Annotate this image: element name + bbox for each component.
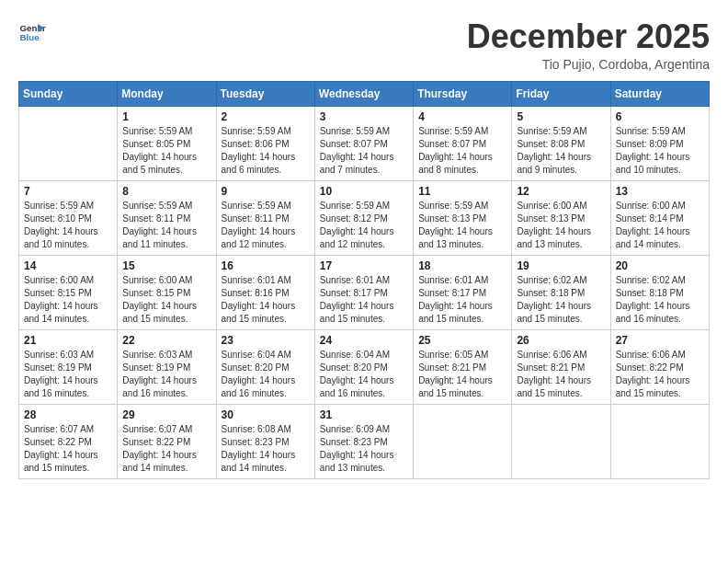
calendar-week-row: 7Sunrise: 5:59 AM Sunset: 8:10 PM Daylig… [19,180,710,255]
calendar-cell: 7Sunrise: 5:59 AM Sunset: 8:10 PM Daylig… [19,180,118,255]
calendar-cell: 16Sunrise: 6:01 AM Sunset: 8:16 PM Dayli… [216,255,314,329]
day-info: Sunrise: 6:00 AM Sunset: 8:15 PM Dayligh… [122,274,210,326]
calendar-cell: 18Sunrise: 6:01 AM Sunset: 8:17 PM Dayli… [414,255,512,329]
day-number: 6 [616,110,704,123]
day-info: Sunrise: 6:06 AM Sunset: 8:21 PM Dayligh… [517,349,605,400]
calendar-cell: 10Sunrise: 5:59 AM Sunset: 8:12 PM Dayli… [314,180,413,255]
calendar-cell: 22Sunrise: 6:03 AM Sunset: 8:19 PM Dayli… [118,329,216,404]
day-info: Sunrise: 6:01 AM Sunset: 8:17 PM Dayligh… [320,274,408,326]
calendar-cell: 2Sunrise: 5:59 AM Sunset: 8:06 PM Daylig… [216,106,314,180]
day-info: Sunrise: 6:02 AM Sunset: 8:18 PM Dayligh… [616,274,704,326]
day-number: 22 [122,334,210,347]
day-info: Sunrise: 5:59 AM Sunset: 8:11 PM Dayligh… [222,200,310,251]
day-info: Sunrise: 5:59 AM Sunset: 8:10 PM Dayligh… [24,200,112,251]
calendar-cell: 19Sunrise: 6:02 AM Sunset: 8:18 PM Dayli… [512,255,610,329]
page-title: December 2025 [467,18,710,55]
logo: General Blue [18,18,46,46]
calendar-cell: 15Sunrise: 6:00 AM Sunset: 8:15 PM Dayli… [118,255,216,329]
day-info: Sunrise: 6:00 AM Sunset: 8:13 PM Dayligh… [517,200,605,251]
header-day-wednesday: Wednesday [314,81,413,106]
day-number: 5 [517,110,605,123]
svg-text:Blue: Blue [20,32,40,42]
calendar-week-row: 14Sunrise: 6:00 AM Sunset: 8:15 PM Dayli… [19,255,710,329]
day-info: Sunrise: 6:02 AM Sunset: 8:18 PM Dayligh… [517,274,605,326]
day-info: Sunrise: 5:59 AM Sunset: 8:07 PM Dayligh… [320,125,408,177]
day-info: Sunrise: 5:59 AM Sunset: 8:11 PM Dayligh… [122,200,210,251]
calendar-cell [414,404,512,478]
calendar-cell: 9Sunrise: 5:59 AM Sunset: 8:11 PM Daylig… [216,180,314,255]
header-day-tuesday: Tuesday [216,81,314,106]
calendar-cell: 27Sunrise: 6:06 AM Sunset: 8:22 PM Dayli… [610,329,709,404]
calendar-cell: 3Sunrise: 5:59 AM Sunset: 8:07 PM Daylig… [314,106,413,180]
title-area: December 2025 Tio Pujio, Cordoba, Argent… [467,18,710,72]
day-number: 3 [320,110,408,123]
header-day-monday: Monday [118,81,216,106]
day-number: 18 [418,259,506,272]
calendar-cell: 6Sunrise: 5:59 AM Sunset: 8:09 PM Daylig… [610,106,709,180]
calendar-week-row: 1Sunrise: 5:59 AM Sunset: 8:05 PM Daylig… [19,106,710,180]
calendar-cell: 31Sunrise: 6:09 AM Sunset: 8:23 PM Dayli… [314,404,413,478]
day-number: 8 [122,185,210,198]
day-number: 2 [222,110,310,123]
calendar-cell: 26Sunrise: 6:06 AM Sunset: 8:21 PM Dayli… [512,329,610,404]
day-info: Sunrise: 6:07 AM Sunset: 8:22 PM Dayligh… [24,423,112,475]
calendar-header-row: SundayMondayTuesdayWednesdayThursdayFrid… [19,81,710,106]
day-info: Sunrise: 6:06 AM Sunset: 8:22 PM Dayligh… [616,349,704,400]
day-info: Sunrise: 6:09 AM Sunset: 8:23 PM Dayligh… [320,423,408,475]
calendar-cell: 14Sunrise: 6:00 AM Sunset: 8:15 PM Dayli… [19,255,118,329]
calendar-cell: 28Sunrise: 6:07 AM Sunset: 8:22 PM Dayli… [19,404,118,478]
day-info: Sunrise: 5:59 AM Sunset: 8:05 PM Dayligh… [122,125,210,177]
header-day-saturday: Saturday [610,81,709,106]
calendar-week-row: 21Sunrise: 6:03 AM Sunset: 8:19 PM Dayli… [19,329,710,404]
day-info: Sunrise: 5:59 AM Sunset: 8:13 PM Dayligh… [418,200,506,251]
day-number: 17 [320,259,408,272]
day-info: Sunrise: 5:59 AM Sunset: 8:08 PM Dayligh… [517,125,605,177]
day-number: 15 [122,259,210,272]
calendar-cell: 1Sunrise: 5:59 AM Sunset: 8:05 PM Daylig… [118,106,216,180]
day-number: 11 [418,185,506,198]
day-info: Sunrise: 6:08 AM Sunset: 8:23 PM Dayligh… [222,423,310,475]
header-day-sunday: Sunday [19,81,118,106]
calendar-cell: 30Sunrise: 6:08 AM Sunset: 8:23 PM Dayli… [216,404,314,478]
day-info: Sunrise: 6:05 AM Sunset: 8:21 PM Dayligh… [418,349,506,400]
day-number: 24 [320,334,408,347]
day-info: Sunrise: 6:04 AM Sunset: 8:20 PM Dayligh… [320,349,408,400]
day-number: 7 [24,185,112,198]
calendar-cell: 11Sunrise: 5:59 AM Sunset: 8:13 PM Dayli… [414,180,512,255]
day-info: Sunrise: 5:59 AM Sunset: 8:07 PM Dayligh… [418,125,506,177]
calendar-cell: 8Sunrise: 5:59 AM Sunset: 8:11 PM Daylig… [118,180,216,255]
day-info: Sunrise: 6:00 AM Sunset: 8:15 PM Dayligh… [24,274,112,326]
day-number: 25 [418,334,506,347]
day-info: Sunrise: 5:59 AM Sunset: 8:12 PM Dayligh… [320,200,408,251]
day-info: Sunrise: 5:59 AM Sunset: 8:09 PM Dayligh… [616,125,704,177]
day-number: 19 [517,259,605,272]
calendar-cell [512,404,610,478]
day-info: Sunrise: 6:04 AM Sunset: 8:20 PM Dayligh… [222,349,310,400]
day-info: Sunrise: 6:00 AM Sunset: 8:14 PM Dayligh… [616,200,704,251]
calendar-cell: 24Sunrise: 6:04 AM Sunset: 8:20 PM Dayli… [314,329,413,404]
day-number: 16 [222,259,310,272]
day-number: 28 [24,408,112,421]
day-info: Sunrise: 5:59 AM Sunset: 8:06 PM Dayligh… [222,125,310,177]
day-number: 29 [122,408,210,421]
calendar-cell: 23Sunrise: 6:04 AM Sunset: 8:20 PM Dayli… [216,329,314,404]
day-info: Sunrise: 6:07 AM Sunset: 8:22 PM Dayligh… [122,423,210,475]
calendar-cell: 20Sunrise: 6:02 AM Sunset: 8:18 PM Dayli… [610,255,709,329]
day-number: 30 [222,408,310,421]
day-number: 20 [616,259,704,272]
day-number: 26 [517,334,605,347]
day-number: 4 [418,110,506,123]
day-number: 31 [320,408,408,421]
day-info: Sunrise: 6:03 AM Sunset: 8:19 PM Dayligh… [122,349,210,400]
calendar-cell: 12Sunrise: 6:00 AM Sunset: 8:13 PM Dayli… [512,180,610,255]
day-number: 23 [222,334,310,347]
calendar-week-row: 28Sunrise: 6:07 AM Sunset: 8:22 PM Dayli… [19,404,710,478]
calendar-cell: 4Sunrise: 5:59 AM Sunset: 8:07 PM Daylig… [414,106,512,180]
calendar-cell: 13Sunrise: 6:00 AM Sunset: 8:14 PM Dayli… [610,180,709,255]
page-subtitle: Tio Pujio, Cordoba, Argentina [467,57,710,72]
header-day-thursday: Thursday [414,81,512,106]
day-info: Sunrise: 6:01 AM Sunset: 8:17 PM Dayligh… [418,274,506,326]
logo-icon: General Blue [18,18,46,46]
calendar-cell: 29Sunrise: 6:07 AM Sunset: 8:22 PM Dayli… [118,404,216,478]
day-number: 21 [24,334,112,347]
